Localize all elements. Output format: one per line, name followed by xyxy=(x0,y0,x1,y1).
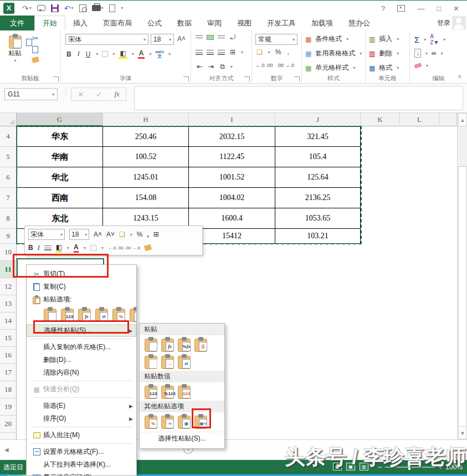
column-header-j[interactable]: J xyxy=(275,113,361,126)
paste-formulas-number-format-icon[interactable]: %fx xyxy=(177,337,191,352)
mini-size-combo[interactable]: 18▾ xyxy=(69,229,89,240)
accounting-format-icon[interactable]: ❏ xyxy=(255,48,264,56)
paste-link-icon[interactable]: ∞ xyxy=(161,414,175,429)
delete-cells-button[interactable]: 删除 xyxy=(379,49,392,58)
format-as-table-button[interactable]: 套用表格格式 xyxy=(315,49,355,58)
number-format-combo[interactable]: 常规▾ xyxy=(255,34,297,45)
menu-item-clear-contents[interactable]: 清除内容(N) xyxy=(27,366,136,379)
accounting-format-icon[interactable]: ❏ xyxy=(119,231,125,238)
cell-g6[interactable]: 华北 xyxy=(17,167,103,187)
paste-keep-source-icon[interactable] xyxy=(144,337,158,352)
paste-keep-column-width-icon[interactable]: ↔ xyxy=(161,354,175,369)
align-center-icon[interactable] xyxy=(207,50,214,55)
tab-insert[interactable]: 插入 xyxy=(65,16,95,30)
tab-formulas[interactable]: 公式 xyxy=(140,16,170,30)
fill-icon[interactable]: ↓ xyxy=(414,49,421,58)
align-right-icon[interactable] xyxy=(218,50,225,55)
paste-link-icon[interactable]: ∞ xyxy=(129,307,137,322)
submenu-paste-special-command[interactable]: 选择性粘贴(S)... xyxy=(140,432,224,445)
tab-review[interactable]: 审阅 xyxy=(199,16,229,30)
cell-h7[interactable]: 154.08 xyxy=(103,188,189,208)
mini-font-combo[interactable]: 宋体▾ xyxy=(28,229,65,240)
decrease-decimal-icon[interactable]: .00 →.0 xyxy=(277,63,295,68)
find-select-icon[interactable]: ∞ xyxy=(432,49,437,57)
paste-button[interactable]: 粘贴 ▾ xyxy=(4,34,25,63)
bold-icon[interactable]: B xyxy=(65,50,73,58)
tab-file[interactable]: 文件 xyxy=(0,16,34,30)
cell-j8[interactable]: 1053.65 xyxy=(275,208,361,228)
paste-no-borders-icon[interactable] xyxy=(144,354,158,369)
paste-source-formatting-icon[interactable]: ≣ xyxy=(194,337,208,352)
qat-customize-icon[interactable]: ▾ xyxy=(121,6,124,11)
tab-addins[interactable]: 加载项 xyxy=(304,16,341,30)
format-painter-icon[interactable] xyxy=(144,244,152,252)
menu-item-delete[interactable]: 删除(D)... xyxy=(27,354,136,366)
menu-item-show-phonetic[interactable]: wén文 显示拼音字段(S) xyxy=(27,471,136,476)
ribbon-display-options-icon[interactable] xyxy=(397,5,405,12)
cell-j6[interactable]: 125.64 xyxy=(275,167,361,187)
fill-color-icon[interactable]: ◧ xyxy=(119,49,127,59)
column-header-partial[interactable] xyxy=(439,113,457,126)
comma-style-icon[interactable]: , xyxy=(286,48,290,56)
autosum-icon[interactable]: Σ xyxy=(414,35,419,44)
row-header-16[interactable]: 16 xyxy=(0,347,17,364)
decimal-icons[interactable]: ←.0 .00 .00 →.0 xyxy=(108,245,140,250)
row-header-10[interactable]: 10 xyxy=(0,244,17,261)
select-all-corner[interactable] xyxy=(0,113,17,126)
tab-page-layout[interactable]: 页面布局 xyxy=(95,16,140,30)
italic-icon[interactable]: I xyxy=(38,244,40,252)
align-top-icon[interactable] xyxy=(196,35,203,39)
menu-item-copy[interactable]: 复制(C) xyxy=(27,280,136,293)
row-header-11[interactable]: 11 xyxy=(0,261,17,278)
tab-data[interactable]: 数据 xyxy=(170,16,199,30)
tab-view[interactable]: 视图 xyxy=(229,16,259,30)
menu-item-insert-comment[interactable]: 插入批注(M) xyxy=(27,429,136,442)
row-header-14[interactable]: 14 xyxy=(0,313,17,330)
paste-linked-picture-icon[interactable]: ▣∞ xyxy=(194,414,208,429)
comma-style-icon[interactable]: , xyxy=(147,231,148,238)
cell-g5[interactable]: 华南 xyxy=(17,147,103,167)
menu-item-sort[interactable]: 排序(O)▶ xyxy=(27,412,136,425)
row-header-20[interactable]: 20 xyxy=(0,416,17,433)
font-size-combo[interactable]: 18▾ xyxy=(151,34,174,45)
cell-j5[interactable]: 105.4 xyxy=(275,147,361,167)
maximize-button[interactable]: □ xyxy=(437,4,441,13)
alignment-dialog-launcher[interactable] xyxy=(244,76,250,82)
scroll-up-icon[interactable]: ▲ xyxy=(458,113,467,126)
row-header-13[interactable]: 13 xyxy=(0,295,17,313)
new-file-icon[interactable] xyxy=(109,4,115,12)
paste-values-icon[interactable]: 123 xyxy=(60,307,74,322)
paste-formulas-icon[interactable]: fx xyxy=(161,337,175,352)
font-dialog-launcher[interactable] xyxy=(183,76,189,82)
row-header-8[interactable]: 8 xyxy=(0,208,17,229)
phonetic-guide-icon[interactable]: wén文 xyxy=(155,50,164,59)
increase-indent-icon[interactable]: ⇥ xyxy=(207,63,215,70)
row-header-partial[interactable] xyxy=(0,433,17,439)
column-header-g[interactable]: G xyxy=(17,113,103,126)
grow-font-icon[interactable]: A˄ xyxy=(176,35,187,43)
cell-i4[interactable]: 2032.15 xyxy=(189,127,275,146)
cell-i6[interactable]: 1001.52 xyxy=(189,167,275,187)
format-painter-icon[interactable] xyxy=(32,57,39,64)
enter-icon[interactable]: ✓ xyxy=(96,90,102,99)
tab-home[interactable]: 开始 xyxy=(34,16,65,30)
signin-link[interactable]: 登录 xyxy=(437,18,450,28)
paste-transpose-icon[interactable]: ⇄ xyxy=(95,307,109,322)
paste-dropdown-icon[interactable]: ▾ xyxy=(5,58,25,63)
font-name-combo[interactable]: 宋体▾ xyxy=(65,34,148,45)
font-color-icon[interactable]: A xyxy=(74,243,79,253)
fill-color-icon[interactable]: ◧ xyxy=(56,243,62,253)
menu-item-format-cells[interactable]: 设置单元格格式(F)... xyxy=(27,446,136,458)
percent-style-icon[interactable]: % xyxy=(274,48,283,56)
align-bottom-icon[interactable] xyxy=(218,35,225,39)
row-header-5[interactable]: 5 xyxy=(0,147,17,167)
paste-formatting-icon[interactable]: % xyxy=(112,307,126,322)
formula-input[interactable] xyxy=(134,86,463,110)
align-middle-icon[interactable] xyxy=(207,35,214,40)
collapse-ribbon-icon[interactable]: ˄ xyxy=(458,73,461,80)
name-box[interactable]: G11▾ xyxy=(4,88,58,100)
row-header-19[interactable]: 19 xyxy=(0,398,17,416)
row-header-6[interactable]: 6 xyxy=(0,167,17,188)
cell-g4[interactable]: 华东 xyxy=(17,127,103,146)
cell-i5[interactable]: 1122.45 xyxy=(189,147,275,167)
